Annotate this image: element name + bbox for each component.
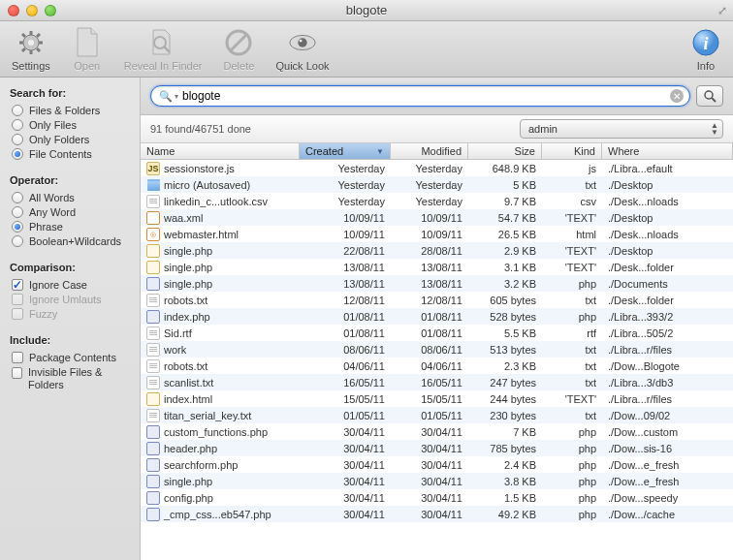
svg-line-7 (37, 48, 40, 51)
results-table[interactable]: JSsessionstore.jsYesterdayYesterday648.9… (141, 160, 733, 560)
table-row[interactable]: single.php30/04/1130/04/113.8 KBphp./Dow… (141, 473, 733, 489)
table-row[interactable]: config.php30/04/1130/04/111.5 KBphp./Dow… (141, 489, 733, 506)
table-row[interactable]: single.php13/08/1113/08/113.2 KBphp./Doc… (141, 275, 733, 292)
table-row[interactable]: titan_serial_key.txt01/05/1101/05/11230 … (141, 407, 733, 423)
table-row[interactable]: searchform.php30/04/1130/04/112.4 KBphp.… (141, 456, 733, 473)
search-for-only-files[interactable]: Only Files (12, 119, 130, 131)
search-button[interactable] (696, 85, 723, 107)
table-row[interactable]: robots.txt04/06/1104/06/112.3 KBtxt./Dow… (141, 358, 733, 374)
quicklook-button[interactable]: Quick Look (275, 27, 329, 72)
cell-where: ./Libra...3/db3 (602, 377, 733, 389)
table-row[interactable]: index.html15/05/1115/05/11244 bytes'TEXT… (141, 390, 733, 407)
zoom-window-button[interactable] (45, 5, 56, 16)
column-name-header[interactable]: Name (141, 143, 300, 159)
minimize-window-button[interactable] (26, 5, 38, 16)
file-name-label: searchform.php (164, 459, 238, 471)
cell-name: single.php (141, 261, 300, 274)
column-where-header[interactable]: Where (602, 143, 733, 159)
table-row[interactable]: scanlist.txt16/05/1116/05/11247 bytestxt… (141, 374, 733, 390)
table-row[interactable]: work08/06/1108/06/11513 bytestxt./Libra.… (141, 341, 733, 358)
ignore-case-checkbox[interactable]: Ignore Case (12, 279, 130, 291)
file-html-icon: ◎ (146, 228, 160, 241)
column-created-header[interactable]: Created▼ (300, 143, 391, 159)
cell-size: 230 bytes (468, 410, 542, 421)
invisible-files-checkbox[interactable]: Invisible Files & Folders (12, 366, 130, 391)
file-js-icon: JS (146, 162, 160, 175)
cell-size: 3.2 KB (468, 278, 542, 290)
table-row[interactable]: single.php13/08/1113/08/113.1 KB'TEXT'./… (141, 259, 733, 275)
file-name-label: Sid.rtf (164, 327, 192, 339)
table-row[interactable]: Sid.rtf01/08/1101/08/115.5 KBrtf./Libra.… (141, 325, 733, 341)
table-row[interactable]: index.php01/08/1101/08/11528 bytesphp./L… (141, 308, 733, 325)
operator-phrase[interactable]: Phrase (12, 221, 130, 233)
status-bar: 91 found/46751 done admin ▲▼ (141, 115, 733, 143)
column-size-label: Size (515, 145, 535, 157)
cell-size: 5.5 KB (468, 327, 542, 339)
reveal-in-finder-button[interactable]: Reveal In Finder (124, 27, 203, 72)
cell-where: ./Dow...e_fresh (602, 459, 733, 471)
table-row[interactable]: waa.xml10/09/1110/09/1154.7 KB'TEXT'./De… (141, 209, 733, 226)
column-size-header[interactable]: Size (468, 143, 542, 159)
cell-name: searchform.php (141, 458, 300, 472)
file-name-label: webmaster.html (164, 229, 239, 240)
ignore-umlauts-checkbox[interactable]: Ignore Umlauts (12, 294, 130, 305)
radio-icon (12, 192, 23, 203)
cell-created: 16/05/11 (300, 377, 391, 389)
file-name-label: config.php (164, 492, 213, 504)
cell-where: ./Libra...r/files (602, 393, 733, 405)
cell-kind: php (542, 426, 602, 438)
table-row[interactable]: _cmp_css...eb547.php30/04/1130/04/1149.2… (141, 506, 733, 522)
cell-kind: txt (542, 179, 602, 191)
column-kind-header[interactable]: Kind (542, 143, 602, 159)
scope-dropdown[interactable]: admin ▲▼ (520, 119, 723, 139)
table-row[interactable]: micro (Autosaved)YesterdayYesterday5 KBt… (141, 176, 733, 193)
column-modified-header[interactable]: Modified (391, 143, 468, 159)
delete-button[interactable]: Delete (223, 27, 254, 72)
cell-kind: 'TEXT' (542, 393, 602, 405)
file-php-icon (146, 442, 160, 455)
search-for-file-contents[interactable]: File Contents (12, 148, 130, 160)
ignore-case-label: Ignore Case (29, 279, 87, 291)
open-button[interactable]: Open (72, 27, 103, 72)
cell-kind: 'TEXT' (542, 245, 602, 257)
no-entry-icon (223, 27, 254, 58)
info-icon: i (690, 27, 721, 58)
fuzzy-checkbox[interactable]: Fuzzy (12, 308, 130, 320)
table-row[interactable]: header.php30/04/1130/04/11785 bytesphp./… (141, 440, 733, 456)
settings-button[interactable]: Settings (12, 27, 50, 72)
table-row[interactable]: ◎webmaster.html10/09/1110/09/1126.5 KBht… (141, 226, 733, 242)
cell-name: _cmp_css...eb547.php (141, 508, 300, 521)
cell-name: Sid.rtf (141, 327, 300, 340)
package-contents-checkbox[interactable]: Package Contents (12, 352, 130, 363)
file-name-label: single.php (164, 278, 212, 290)
search-icon: 🔍 (159, 90, 173, 103)
file-name-label: scanlist.txt (164, 377, 213, 389)
file-name-label: single.php (164, 245, 212, 257)
operator-any-word[interactable]: Any Word (12, 206, 130, 218)
operator-boolean-wildcards[interactable]: Boolean+Wildcards (12, 235, 130, 247)
table-row[interactable]: linkedin_c...utlook.csvYesterdayYesterda… (141, 193, 733, 209)
table-row[interactable]: robots.txt12/08/1112/08/11605 bytestxt./… (141, 292, 733, 308)
table-row[interactable]: custom_functions.php30/04/1130/04/117 KB… (141, 423, 733, 440)
table-row[interactable]: single.php22/08/1128/08/112.9 KB'TEXT'./… (141, 242, 733, 259)
file-name-label: robots.txt (164, 295, 207, 306)
cell-size: 3.8 KB (468, 476, 542, 487)
search-input[interactable] (182, 89, 670, 103)
column-name-label: Name (146, 145, 175, 157)
clear-search-button[interactable]: ✕ (670, 89, 684, 103)
cell-name: index.html (141, 392, 300, 406)
svg-line-6 (22, 34, 25, 37)
chevron-down-icon[interactable]: ▾ (175, 92, 178, 101)
search-for-only-folders[interactable]: Only Folders (12, 134, 130, 145)
operator-all-words[interactable]: All Words (12, 192, 130, 203)
file-php-icon (146, 425, 160, 439)
window-title: blogote (0, 3, 733, 17)
search-field[interactable]: 🔍 ▾ ✕ (150, 85, 690, 107)
cell-kind: txt (542, 295, 602, 306)
table-row[interactable]: JSsessionstore.jsYesterdayYesterday648.9… (141, 160, 733, 176)
close-window-button[interactable] (8, 5, 19, 16)
info-button[interactable]: i Info (690, 27, 721, 72)
resize-icon[interactable]: ⤢ (717, 4, 727, 17)
search-for-files-folders[interactable]: Files & Folders (12, 105, 130, 116)
cell-size: 2.4 KB (468, 459, 542, 471)
